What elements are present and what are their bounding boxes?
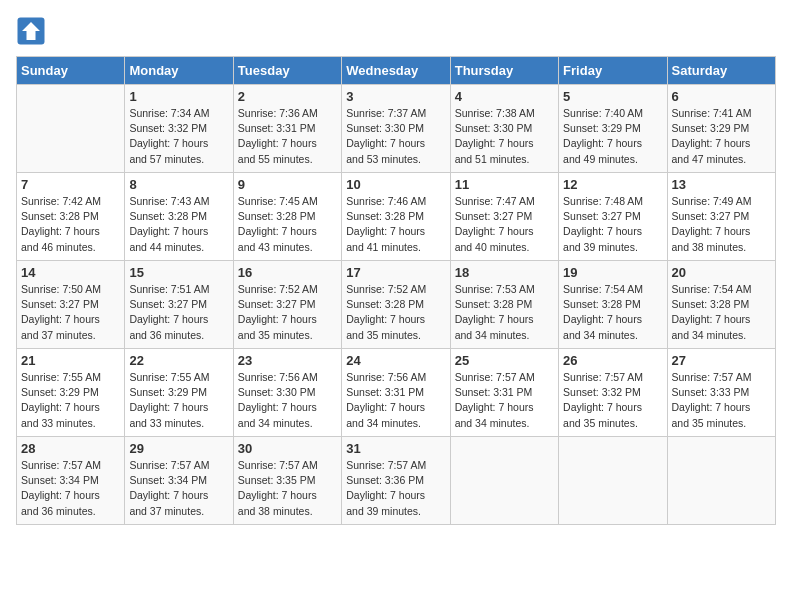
calendar-cell: 28Sunrise: 7:57 AM Sunset: 3:34 PM Dayli… (17, 437, 125, 525)
col-header-sunday: Sunday (17, 57, 125, 85)
calendar-week-4: 21Sunrise: 7:55 AM Sunset: 3:29 PM Dayli… (17, 349, 776, 437)
cell-info: Sunrise: 7:52 AM Sunset: 3:28 PM Dayligh… (346, 282, 445, 343)
cell-info: Sunrise: 7:57 AM Sunset: 3:34 PM Dayligh… (129, 458, 228, 519)
calendar-week-3: 14Sunrise: 7:50 AM Sunset: 3:27 PM Dayli… (17, 261, 776, 349)
day-number: 21 (21, 353, 120, 368)
col-header-tuesday: Tuesday (233, 57, 341, 85)
calendar-cell: 10Sunrise: 7:46 AM Sunset: 3:28 PM Dayli… (342, 173, 450, 261)
calendar-cell: 8Sunrise: 7:43 AM Sunset: 3:28 PM Daylig… (125, 173, 233, 261)
day-number: 9 (238, 177, 337, 192)
calendar-cell: 31Sunrise: 7:57 AM Sunset: 3:36 PM Dayli… (342, 437, 450, 525)
col-header-wednesday: Wednesday (342, 57, 450, 85)
calendar-cell: 1Sunrise: 7:34 AM Sunset: 3:32 PM Daylig… (125, 85, 233, 173)
calendar-cell: 22Sunrise: 7:55 AM Sunset: 3:29 PM Dayli… (125, 349, 233, 437)
cell-info: Sunrise: 7:51 AM Sunset: 3:27 PM Dayligh… (129, 282, 228, 343)
calendar-cell: 16Sunrise: 7:52 AM Sunset: 3:27 PM Dayli… (233, 261, 341, 349)
calendar-cell: 24Sunrise: 7:56 AM Sunset: 3:31 PM Dayli… (342, 349, 450, 437)
calendar-cell: 11Sunrise: 7:47 AM Sunset: 3:27 PM Dayli… (450, 173, 558, 261)
day-number: 31 (346, 441, 445, 456)
cell-info: Sunrise: 7:40 AM Sunset: 3:29 PM Dayligh… (563, 106, 662, 167)
calendar-cell: 12Sunrise: 7:48 AM Sunset: 3:27 PM Dayli… (559, 173, 667, 261)
day-number: 15 (129, 265, 228, 280)
calendar-cell: 3Sunrise: 7:37 AM Sunset: 3:30 PM Daylig… (342, 85, 450, 173)
cell-info: Sunrise: 7:45 AM Sunset: 3:28 PM Dayligh… (238, 194, 337, 255)
calendar-cell: 19Sunrise: 7:54 AM Sunset: 3:28 PM Dayli… (559, 261, 667, 349)
cell-info: Sunrise: 7:38 AM Sunset: 3:30 PM Dayligh… (455, 106, 554, 167)
cell-info: Sunrise: 7:41 AM Sunset: 3:29 PM Dayligh… (672, 106, 771, 167)
day-number: 18 (455, 265, 554, 280)
calendar-cell (559, 437, 667, 525)
day-number: 3 (346, 89, 445, 104)
cell-info: Sunrise: 7:50 AM Sunset: 3:27 PM Dayligh… (21, 282, 120, 343)
cell-info: Sunrise: 7:52 AM Sunset: 3:27 PM Dayligh… (238, 282, 337, 343)
day-number: 11 (455, 177, 554, 192)
day-number: 5 (563, 89, 662, 104)
calendar-cell: 5Sunrise: 7:40 AM Sunset: 3:29 PM Daylig… (559, 85, 667, 173)
day-number: 27 (672, 353, 771, 368)
col-header-saturday: Saturday (667, 57, 775, 85)
calendar-cell: 14Sunrise: 7:50 AM Sunset: 3:27 PM Dayli… (17, 261, 125, 349)
calendar-cell: 27Sunrise: 7:57 AM Sunset: 3:33 PM Dayli… (667, 349, 775, 437)
calendar-week-5: 28Sunrise: 7:57 AM Sunset: 3:34 PM Dayli… (17, 437, 776, 525)
calendar-cell: 18Sunrise: 7:53 AM Sunset: 3:28 PM Dayli… (450, 261, 558, 349)
day-number: 22 (129, 353, 228, 368)
day-number: 8 (129, 177, 228, 192)
cell-info: Sunrise: 7:57 AM Sunset: 3:31 PM Dayligh… (455, 370, 554, 431)
calendar-cell: 20Sunrise: 7:54 AM Sunset: 3:28 PM Dayli… (667, 261, 775, 349)
day-number: 1 (129, 89, 228, 104)
logo (16, 16, 50, 46)
calendar-cell: 13Sunrise: 7:49 AM Sunset: 3:27 PM Dayli… (667, 173, 775, 261)
calendar-cell: 21Sunrise: 7:55 AM Sunset: 3:29 PM Dayli… (17, 349, 125, 437)
cell-info: Sunrise: 7:49 AM Sunset: 3:27 PM Dayligh… (672, 194, 771, 255)
cell-info: Sunrise: 7:48 AM Sunset: 3:27 PM Dayligh… (563, 194, 662, 255)
cell-info: Sunrise: 7:43 AM Sunset: 3:28 PM Dayligh… (129, 194, 228, 255)
calendar-cell: 4Sunrise: 7:38 AM Sunset: 3:30 PM Daylig… (450, 85, 558, 173)
calendar-week-2: 7Sunrise: 7:42 AM Sunset: 3:28 PM Daylig… (17, 173, 776, 261)
day-number: 7 (21, 177, 120, 192)
cell-info: Sunrise: 7:34 AM Sunset: 3:32 PM Dayligh… (129, 106, 228, 167)
cell-info: Sunrise: 7:57 AM Sunset: 3:34 PM Dayligh… (21, 458, 120, 519)
day-number: 13 (672, 177, 771, 192)
calendar-cell: 30Sunrise: 7:57 AM Sunset: 3:35 PM Dayli… (233, 437, 341, 525)
calendar-cell: 6Sunrise: 7:41 AM Sunset: 3:29 PM Daylig… (667, 85, 775, 173)
cell-info: Sunrise: 7:57 AM Sunset: 3:32 PM Dayligh… (563, 370, 662, 431)
cell-info: Sunrise: 7:47 AM Sunset: 3:27 PM Dayligh… (455, 194, 554, 255)
cell-info: Sunrise: 7:46 AM Sunset: 3:28 PM Dayligh… (346, 194, 445, 255)
col-header-thursday: Thursday (450, 57, 558, 85)
cell-info: Sunrise: 7:54 AM Sunset: 3:28 PM Dayligh… (563, 282, 662, 343)
calendar-cell: 26Sunrise: 7:57 AM Sunset: 3:32 PM Dayli… (559, 349, 667, 437)
page-header (16, 16, 776, 46)
calendar-cell: 29Sunrise: 7:57 AM Sunset: 3:34 PM Dayli… (125, 437, 233, 525)
calendar-week-1: 1Sunrise: 7:34 AM Sunset: 3:32 PM Daylig… (17, 85, 776, 173)
day-number: 16 (238, 265, 337, 280)
day-number: 4 (455, 89, 554, 104)
day-number: 26 (563, 353, 662, 368)
day-number: 29 (129, 441, 228, 456)
cell-info: Sunrise: 7:55 AM Sunset: 3:29 PM Dayligh… (21, 370, 120, 431)
cell-info: Sunrise: 7:57 AM Sunset: 3:36 PM Dayligh… (346, 458, 445, 519)
cell-info: Sunrise: 7:42 AM Sunset: 3:28 PM Dayligh… (21, 194, 120, 255)
calendar-cell: 15Sunrise: 7:51 AM Sunset: 3:27 PM Dayli… (125, 261, 233, 349)
col-header-monday: Monday (125, 57, 233, 85)
calendar-cell: 7Sunrise: 7:42 AM Sunset: 3:28 PM Daylig… (17, 173, 125, 261)
day-number: 23 (238, 353, 337, 368)
day-number: 17 (346, 265, 445, 280)
cell-info: Sunrise: 7:53 AM Sunset: 3:28 PM Dayligh… (455, 282, 554, 343)
cell-info: Sunrise: 7:56 AM Sunset: 3:30 PM Dayligh… (238, 370, 337, 431)
day-number: 30 (238, 441, 337, 456)
calendar-cell (450, 437, 558, 525)
calendar-cell (667, 437, 775, 525)
calendar-cell: 9Sunrise: 7:45 AM Sunset: 3:28 PM Daylig… (233, 173, 341, 261)
cell-info: Sunrise: 7:57 AM Sunset: 3:33 PM Dayligh… (672, 370, 771, 431)
col-header-friday: Friday (559, 57, 667, 85)
day-number: 25 (455, 353, 554, 368)
calendar-cell: 17Sunrise: 7:52 AM Sunset: 3:28 PM Dayli… (342, 261, 450, 349)
calendar-cell: 23Sunrise: 7:56 AM Sunset: 3:30 PM Dayli… (233, 349, 341, 437)
day-number: 28 (21, 441, 120, 456)
cell-info: Sunrise: 7:56 AM Sunset: 3:31 PM Dayligh… (346, 370, 445, 431)
cell-info: Sunrise: 7:36 AM Sunset: 3:31 PM Dayligh… (238, 106, 337, 167)
calendar-table: SundayMondayTuesdayWednesdayThursdayFrid… (16, 56, 776, 525)
day-number: 14 (21, 265, 120, 280)
calendar-cell: 25Sunrise: 7:57 AM Sunset: 3:31 PM Dayli… (450, 349, 558, 437)
cell-info: Sunrise: 7:37 AM Sunset: 3:30 PM Dayligh… (346, 106, 445, 167)
